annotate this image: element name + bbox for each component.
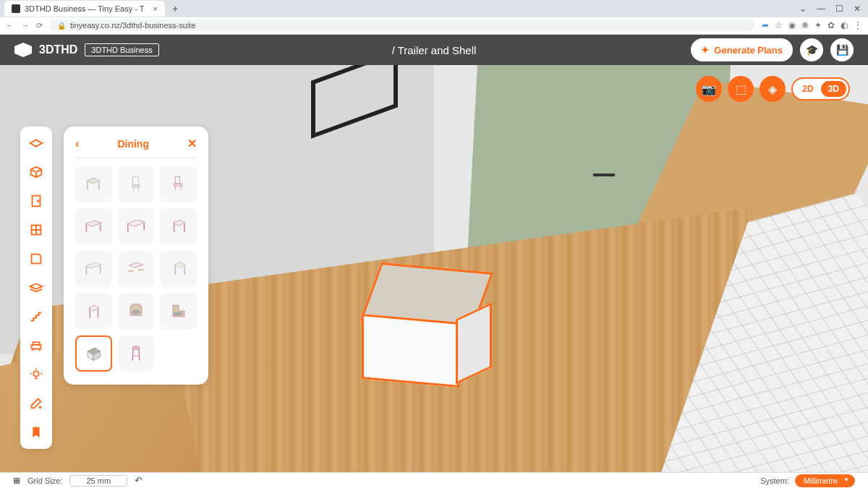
catalog-item-side-table[interactable] [160, 250, 197, 287]
puzzle-icon[interactable]: ✿ [827, 20, 835, 30]
catalog-item-table-rect[interactable] [75, 208, 112, 245]
3d-button[interactable]: 3D [821, 81, 846, 97]
bottom-bar: ▦ Grid Size: 25 mm ↶ System: Millimetre [0, 472, 868, 488]
extensions-icon[interactable]: ✦ [814, 20, 822, 30]
furniture-tool-icon[interactable] [27, 336, 46, 355]
svg-point-1 [38, 200, 39, 202]
system-select[interactable]: Millimetre [795, 474, 855, 487]
logo-text: 3DTHD [39, 43, 77, 56]
browser-tab[interactable]: 3DTHD Business — Tiny Easy - T × [4, 1, 165, 17]
new-tab-button[interactable]: + [172, 3, 178, 14]
catalog-title: Dining [117, 138, 149, 150]
reload-icon[interactable]: ⟳ [36, 21, 43, 30]
catalog-panel: ‹ Dining ✕ [64, 127, 208, 385]
view-controls: 📷 ⬚ ◈ 2D 3D [696, 76, 850, 102]
catalog-item-stool[interactable] [75, 293, 112, 330]
profile-icon[interactable]: ◐ [841, 20, 848, 30]
catalog-item-table-square[interactable] [160, 208, 197, 245]
browser-chrome: 3DTHD Business — Tiny Easy - T × + ⌄ — ☐… [0, 0, 868, 35]
svg-rect-8 [33, 342, 39, 345]
grid-icon[interactable]: ▦ [13, 476, 20, 485]
render-button[interactable]: ◈ [760, 76, 786, 102]
cladding-tool-icon[interactable] [27, 249, 46, 268]
svg-rect-21 [175, 177, 179, 184]
chevron-down-icon[interactable]: ⌄ [799, 4, 807, 14]
catalog-item-ottoman[interactable] [75, 335, 112, 372]
star-icon[interactable]: ☆ [775, 20, 783, 30]
minimize-icon[interactable]: — [817, 4, 825, 14]
generate-plans-button[interactable]: Generate Plans [691, 38, 793, 61]
save-button[interactable]: 💾 [830, 38, 854, 61]
window-tool-icon[interactable] [27, 221, 46, 239]
svg-point-14 [39, 406, 42, 409]
svg-point-9 [33, 371, 38, 376]
svg-rect-33 [128, 270, 134, 271]
tab-close-icon[interactable]: × [153, 4, 157, 13]
logo-icon [14, 43, 32, 57]
catalog-back-icon[interactable]: ‹ [75, 137, 79, 150]
svg-point-39 [132, 310, 140, 314]
undo-icon[interactable]: ↶ [135, 475, 142, 486]
close-window-icon[interactable]: ✕ [854, 4, 861, 14]
lock-icon: 🔒 [57, 22, 66, 30]
address-bar[interactable]: 🔒 tinyeasy.co.nz/3dthd-business-suite [50, 20, 754, 31]
paint-tool-icon[interactable] [27, 394, 46, 413]
grid-size-label: Grid Size: [27, 476, 62, 485]
stairs-tool-icon[interactable] [27, 307, 46, 326]
catalog-item-chair-arm[interactable] [160, 166, 197, 202]
trailer-tool-icon[interactable] [27, 134, 46, 153]
catalog-item-desk[interactable] [75, 250, 112, 287]
lighting-tool-icon[interactable] [27, 365, 46, 384]
catalog-item-bar-stool[interactable] [118, 335, 155, 372]
system-label: System: [760, 476, 789, 485]
tab-title: 3DTHD Business — Tiny Easy - T [25, 4, 144, 13]
maximize-icon[interactable]: ☐ [835, 4, 843, 14]
app-header: 3DTHD 3DTHD Business / Trailer and Shell… [0, 35, 868, 65]
grid-size-input[interactable]: 25 mm [69, 475, 127, 487]
selected-object[interactable] [362, 267, 492, 387]
perspective-button[interactable]: ⬚ [728, 76, 754, 102]
svg-rect-40 [174, 312, 182, 316]
door-tool-icon[interactable] [27, 192, 46, 210]
left-toolbar [20, 127, 52, 449]
favicon-icon [12, 4, 20, 13]
share-icon[interactable]: ➦ [762, 20, 769, 30]
catalog-close-icon[interactable]: ✕ [187, 137, 197, 150]
camera-view-button[interactable]: 📷 [696, 76, 722, 102]
svg-line-43 [139, 349, 140, 361]
extension-icon[interactable]: ❋ [801, 20, 809, 30]
floor-tool-icon[interactable] [27, 278, 46, 297]
catalog-item-table-small[interactable] [75, 166, 112, 202]
menu-icon[interactable]: ⋮ [854, 20, 862, 30]
education-button[interactable]: 🎓 [800, 38, 823, 61]
svg-rect-17 [132, 177, 138, 185]
catalog-item-booth-corner[interactable] [160, 293, 197, 330]
catalog-item-table-long[interactable] [118, 208, 155, 245]
bookmark-tool-icon[interactable] [27, 423, 46, 442]
svg-rect-18 [132, 185, 140, 187]
forward-icon[interactable]: → [21, 21, 29, 30]
catalog-item-booth-round[interactable] [118, 293, 155, 330]
extension-icon[interactable]: ◉ [788, 20, 796, 30]
dimension-toggle: 2D 3D [791, 77, 850, 100]
2d-button[interactable]: 2D [795, 81, 820, 97]
shell-tool-icon[interactable] [27, 163, 46, 181]
svg-rect-34 [138, 269, 144, 270]
back-icon[interactable]: ← [6, 21, 14, 30]
svg-line-42 [132, 349, 133, 361]
url-text: tinyeasy.co.nz/3dthd-business-suite [70, 21, 195, 30]
catalog-item-bench-table[interactable] [118, 250, 155, 287]
product-badge: 3DTHD Business [85, 43, 158, 56]
svg-rect-22 [174, 184, 182, 186]
catalog-item-chair[interactable] [118, 166, 155, 202]
project-title[interactable]: / Trailer and Shell [392, 44, 477, 56]
